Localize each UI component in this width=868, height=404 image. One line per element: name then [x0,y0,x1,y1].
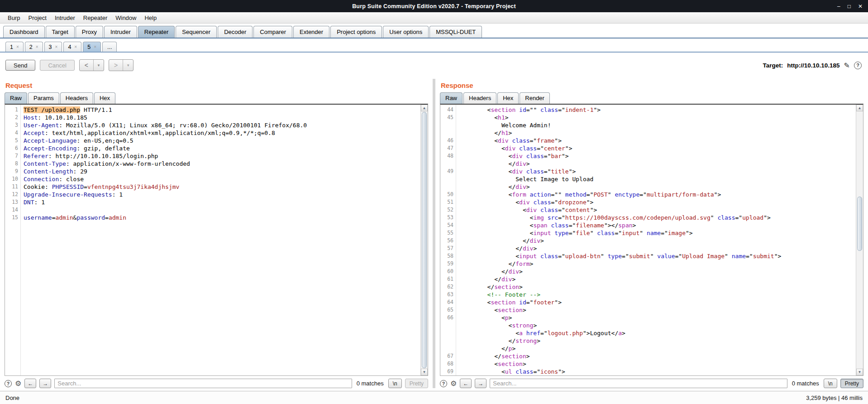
scroll-down-icon[interactable]: ▼ [856,369,863,375]
code-row: </section> [459,352,856,360]
help-icon[interactable]: ? [440,380,447,387]
repeater-tab-1[interactable]: 1× [5,42,24,52]
request-tab-hex[interactable]: Hex [94,92,115,104]
request-editor[interactable]: 123456789101112131415 TEST /upload.php H… [5,104,428,376]
request-scrollbar[interactable]: ▲ ▼ [420,105,428,375]
response-scrollbar[interactable]: ▲ ▼ [856,105,863,375]
tab-extender[interactable]: Extender [293,26,329,38]
response-tab-headers[interactable]: Headers [463,92,496,104]
back-button[interactable]: < ▼ [79,59,104,71]
send-button[interactable]: Send [5,60,35,71]
chevron-down-icon[interactable]: ▼ [123,60,133,71]
repeater-tab-3[interactable]: 3× [44,42,62,52]
newline-toggle-button[interactable]: \n [388,379,402,388]
menu-item-window[interactable]: Window [111,14,140,21]
tab-mssqli-duet[interactable]: MSSQLi-DUET [429,26,482,38]
line-number: 10 [5,175,20,183]
menu-item-repeater[interactable]: Repeater [79,14,111,21]
line-number: 57 [440,245,456,252]
chevron-down-icon[interactable]: ▼ [93,60,104,71]
code-row: </form> [459,260,856,268]
gear-icon[interactable]: ⚙ [450,380,457,387]
help-icon[interactable]: ? [854,62,862,69]
request-scroll-thumb[interactable] [422,112,427,368]
request-panel: Request RawParamsHeadersHex 123456789101… [0,78,433,391]
close-icon[interactable]: × [55,44,58,49]
search-next-button[interactable]: → [39,379,51,388]
code-row: <div class="center"> [459,144,856,152]
help-icon[interactable]: ? [5,380,12,387]
response-pretty-button[interactable]: Pretty [840,379,863,388]
response-tab-hex[interactable]: Hex [497,92,519,104]
menu-item-help[interactable]: Help [140,14,161,21]
tab-dashboard[interactable]: Dashboard [3,26,45,38]
edit-target-icon[interactable]: ✎ [844,61,850,70]
newline-toggle-button[interactable]: \n [824,379,837,388]
maximize-icon[interactable]: □ [848,4,851,9]
line-number: 52 [440,206,456,214]
tab-proxy[interactable]: Proxy [76,26,103,38]
repeater-tab-2[interactable]: 2× [25,42,43,52]
request-pretty-button[interactable]: Pretty [405,379,428,388]
request-tab-params[interactable]: Params [28,92,59,104]
line-number: 15 [5,214,20,221]
code-row: <span class="filename"></span> [459,221,856,229]
menu-item-burp[interactable]: Burp [4,14,24,21]
scroll-down-icon[interactable]: ▼ [421,369,428,375]
line-number: 62 [440,283,456,291]
tab-target[interactable]: Target [46,26,75,38]
tab-project-options[interactable]: Project options [330,26,382,38]
scroll-up-icon[interactable]: ▲ [856,105,863,111]
search-next-button[interactable]: → [475,379,486,388]
menu-item-project[interactable]: Project [24,14,50,21]
code-row: <section> [459,306,856,314]
tab-decoder[interactable]: Decoder [218,26,253,38]
response-tab-raw[interactable]: Raw [440,92,463,104]
response-code: <section id="" class="indent-1"> <h1> We… [456,105,856,375]
gear-icon[interactable]: ⚙ [15,380,21,387]
tab-intruder[interactable]: Intruder [104,26,137,38]
search-prev-button[interactable]: ← [460,379,472,388]
line-number: 53 [440,214,456,221]
code-row: </h1> [459,129,856,137]
line-number: 65 [440,306,456,314]
code-row: </div> [459,183,856,191]
minimize-icon[interactable]: – [837,4,840,9]
line-number: 13 [5,198,20,206]
tab-repeater[interactable]: Repeater [138,26,175,38]
response-tab-render[interactable]: Render [520,92,550,104]
scroll-up-icon[interactable]: ▲ [421,105,428,111]
search-prev-button[interactable]: ← [24,379,36,388]
code-row: </div> [459,268,856,275]
response-editor[interactable]: 4445464748495051525354555657585960616263… [440,104,863,376]
code-row: Accept-Encoding: gzip, deflate [24,144,420,152]
tab-sequencer[interactable]: Sequencer [176,26,217,38]
response-scroll-thumb[interactable] [857,197,862,251]
request-tab-headers[interactable]: Headers [60,92,93,104]
line-number: 67 [440,352,456,360]
close-icon[interactable]: × [16,44,19,49]
repeater-tab-4[interactable]: 4× [63,42,81,52]
title-bar[interactable]: Burp Suite Community Edition v2020.7 - T… [0,0,868,12]
tab-user-options[interactable]: User options [383,26,429,38]
line-number: 14 [5,206,20,214]
code-row: </div> [459,245,856,252]
repeater-tab-5[interactable]: 5× [83,42,101,52]
line-number: 6 [5,144,20,152]
code-row: <p> [459,314,856,322]
menu-item-intruder[interactable]: Intruder [51,14,79,21]
forward-button[interactable]: > ▼ [109,59,134,71]
tab-comparer[interactable]: Comparer [253,26,292,38]
close-icon[interactable]: × [94,44,96,49]
close-icon[interactable]: ✕ [858,4,863,9]
close-icon[interactable]: × [36,44,38,49]
cancel-button[interactable]: Cancel [40,60,74,71]
target-bar: Target: http://10.10.10.185 ✎ ? [763,61,863,70]
code-row: <h1> [459,114,856,121]
request-search-input[interactable] [54,379,352,388]
response-panel: Response RawHeadersHexRender 44454647484… [435,78,868,391]
close-icon[interactable]: × [74,44,77,49]
response-search-input[interactable] [490,379,787,388]
request-tab-raw[interactable]: Raw [5,92,27,104]
repeater-tab-overflow[interactable]: ... [102,42,117,52]
